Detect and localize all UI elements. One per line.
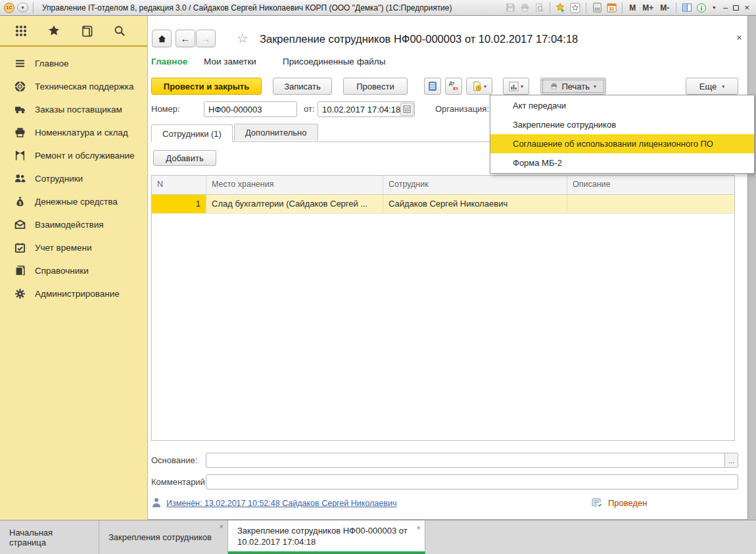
history-icon[interactable] xyxy=(80,24,93,38)
form-title: Закрепление сотрудников НФ00-000003 от 1… xyxy=(260,33,578,45)
window-titlebar: 1С ▾ Управление IT-отделом 8, редакция 3… xyxy=(0,0,756,16)
print-menu-button[interactable]: Печать ▾ xyxy=(540,78,606,95)
number-input[interactable] xyxy=(204,101,297,117)
tab-additional[interactable]: Дополнительно xyxy=(234,124,318,141)
minimize-button[interactable]: – xyxy=(721,3,730,13)
printer-icon xyxy=(14,127,26,138)
save-button[interactable]: Записать xyxy=(273,78,332,95)
sidebar-item-supplier-orders[interactable]: Заказы поставщикам xyxy=(0,98,147,121)
favorites-star-icon[interactable] xyxy=(47,24,60,38)
add-favorite-icon[interactable] xyxy=(555,2,567,13)
finish-flags-icon xyxy=(14,150,26,161)
dropdown-caret-icon: ▾ xyxy=(521,84,523,89)
basis-select-button[interactable]: ... xyxy=(725,453,738,468)
divider xyxy=(586,3,586,13)
svg-text:i: i xyxy=(701,5,703,11)
maximize-button[interactable] xyxy=(733,5,739,11)
sidebar-item-employees[interactable]: Сотрудники xyxy=(0,167,147,190)
row-description-cell[interactable] xyxy=(567,195,734,213)
print-preview-icon[interactable] xyxy=(533,2,545,13)
row-location-cell[interactable]: Слад бухгалтерии (Сайдаков Сергей ... xyxy=(206,195,383,213)
split-window-icon[interactable] xyxy=(681,2,693,13)
sidebar-item-interactions[interactable]: Взаимодействия xyxy=(0,213,147,236)
sidebar-item-tech-support[interactable]: Техническая поддержка xyxy=(0,75,147,98)
save-icon[interactable] xyxy=(504,2,516,13)
sidebar-item-nomenclature[interactable]: Номенклатура и склад xyxy=(0,121,147,144)
basis-label: Основание: xyxy=(151,453,197,468)
col-header-n[interactable]: N xyxy=(152,176,206,194)
money-bag-icon: $ xyxy=(14,196,26,207)
post-button[interactable]: Провести xyxy=(343,78,408,95)
memory-minus-button[interactable]: M- xyxy=(658,3,671,13)
divider xyxy=(622,3,623,13)
table-row[interactable]: 1 Слад бухгалтерии (Сайдаков Сергей ... … xyxy=(152,195,734,214)
calendar-picker-icon[interactable] xyxy=(400,103,413,116)
modified-history-link[interactable]: Изменён: 13.02.2017 10:52:48 Сайдаков Се… xyxy=(166,499,396,508)
basis-input[interactable] xyxy=(206,453,725,468)
system-menu-button[interactable]: ▾ xyxy=(17,3,28,13)
nav-link-main[interactable]: Главное xyxy=(151,57,187,66)
print-icon[interactable] xyxy=(519,2,531,13)
menu-item-employee-assignment[interactable]: Закрепление сотрудников xyxy=(490,115,754,134)
col-header-description[interactable]: Описание xyxy=(567,176,734,194)
home-button[interactable] xyxy=(152,30,172,47)
print-dropdown-menu: Акт передачи Закрепление сотрудников Сог… xyxy=(490,95,755,174)
window-tab-assignments-list[interactable]: Закрепления сотрудников × xyxy=(99,520,228,554)
post-and-close-button[interactable]: Провести и закрыть xyxy=(151,78,262,95)
info-dropdown-icon[interactable]: ▾ xyxy=(710,5,718,11)
close-form-button[interactable]: × xyxy=(736,32,742,43)
add-row-button[interactable]: Добавить xyxy=(153,150,216,166)
window-title: Управление IT-отделом 8, редакция 3.0 / … xyxy=(42,3,502,13)
lifebuoy-icon xyxy=(14,81,26,92)
search-icon[interactable] xyxy=(113,24,126,38)
document-form: × ← → ☆ Закрепление сотрудников НФ00-000… xyxy=(148,16,747,520)
number-label: Номер: xyxy=(151,101,180,117)
tab-employees[interactable]: Сотрудники (1) xyxy=(151,124,233,142)
sidebar-toolbar xyxy=(0,16,147,47)
people-icon xyxy=(14,173,26,184)
close-tab-icon[interactable]: × xyxy=(417,522,421,534)
sidebar-item-administration[interactable]: Администрирование xyxy=(0,282,147,305)
divider xyxy=(33,3,34,13)
more-button[interactable]: Еще ▾ xyxy=(686,78,738,95)
sidebar-item-glavnoe[interactable]: Главное xyxy=(0,52,147,75)
dropdown-caret-icon: ▾ xyxy=(594,84,596,89)
sidebar-item-repair[interactable]: Ремонт и обслуживание xyxy=(0,144,147,167)
calendar-check-icon xyxy=(14,242,26,253)
window-tab-home[interactable]: Начальная страница xyxy=(0,520,99,554)
sections-grid-icon[interactable] xyxy=(14,24,28,38)
app-logo-icon: 1С xyxy=(4,3,14,13)
row-employee-cell[interactable]: Сайдаков Сергей Николаевич xyxy=(383,195,567,213)
document-journal-button[interactable]: ▾ xyxy=(466,78,492,95)
favorites-icon[interactable] xyxy=(569,2,581,13)
sidebar-item-time-tracking[interactable]: Учет времени xyxy=(0,236,147,259)
menu-item-license-agreement[interactable]: Соглашение об использовании лицензионног… xyxy=(490,134,754,153)
comment-input[interactable] xyxy=(206,474,738,490)
menu-icon xyxy=(14,58,26,69)
nav-link-files[interactable]: Присоединенные файлы xyxy=(283,57,385,66)
memory-button[interactable]: M xyxy=(627,3,638,13)
window-tab-assignment-doc[interactable]: Закрепление сотрудников НФ00-000003 от 1… xyxy=(228,520,425,554)
register-records-button[interactable] xyxy=(424,78,441,95)
info-icon[interactable]: i xyxy=(696,2,707,13)
close-window-button[interactable]: × xyxy=(742,3,752,13)
reports-button[interactable]: ▾ xyxy=(503,78,529,95)
truck-icon xyxy=(14,104,26,115)
row-number-cell[interactable]: 1 xyxy=(152,195,206,213)
calendar-icon[interactable]: 31 xyxy=(605,2,617,13)
menu-item-form-mb2[interactable]: Форма МБ-2 xyxy=(490,153,754,172)
memory-plus-button[interactable]: M+ xyxy=(640,3,655,13)
forward-button[interactable]: → xyxy=(196,30,216,47)
calculator-icon[interactable] xyxy=(591,2,603,13)
nav-link-notes[interactable]: Мои заметки xyxy=(204,57,256,66)
debit-credit-button[interactable]: Дт Кт xyxy=(445,78,462,95)
sidebar-item-money[interactable]: $ Денежные средства xyxy=(0,190,147,213)
menu-item-transfer-act[interactable]: Акт передачи xyxy=(490,96,754,115)
back-button[interactable]: ← xyxy=(176,30,195,47)
close-tab-icon[interactable]: × xyxy=(220,522,224,530)
sidebar-item-directories[interactable]: Справочники xyxy=(0,259,147,282)
divider xyxy=(550,3,550,13)
favorite-star-icon[interactable]: ☆ xyxy=(237,30,248,46)
col-header-location[interactable]: Место хранения xyxy=(206,176,383,194)
col-header-employee[interactable]: Сотрудник xyxy=(383,176,567,194)
